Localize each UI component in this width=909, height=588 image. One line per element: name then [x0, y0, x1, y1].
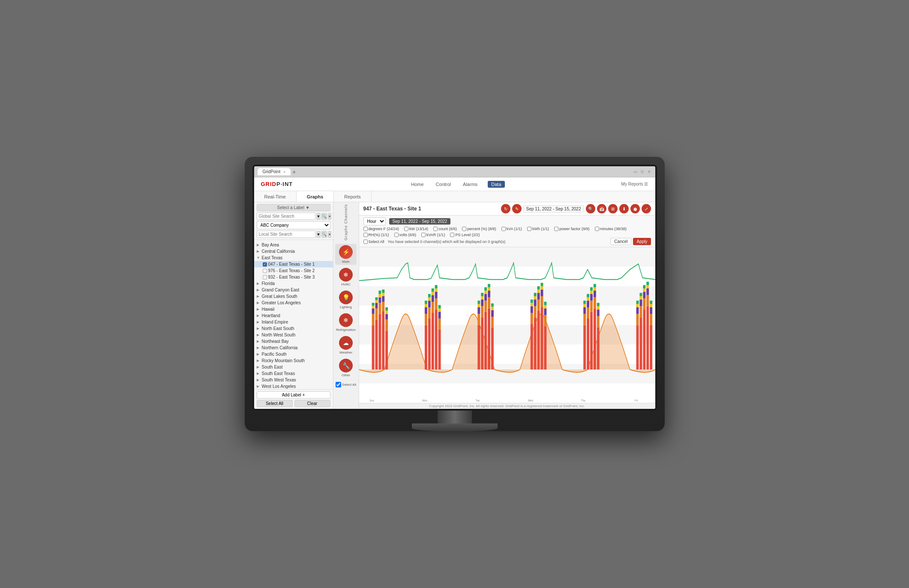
cb-power-factor-input[interactable] [554, 227, 558, 231]
refresh-icon-btn[interactable]: ↻ [501, 204, 510, 213]
channel-main[interactable]: ⚡ Main [335, 244, 357, 265]
cb-count-input[interactable] [433, 227, 438, 231]
global-search-clear-icon[interactable]: × [328, 213, 331, 220]
download-icon-btn[interactable]: ⬇ [619, 204, 629, 213]
channel-select-all[interactable]: Select All [336, 382, 356, 387]
select-all-channels[interactable]: Select All [363, 240, 384, 244]
interval-select[interactable]: Hour [363, 217, 386, 225]
tree-item-northern-ca[interactable]: ▶ Northern California [254, 345, 333, 351]
apply-button[interactable]: Apply [633, 238, 651, 245]
cb-degrees-f[interactable]: degrees F (24/24) [363, 227, 399, 231]
cb-kva[interactable]: kVA (1/1) [501, 227, 522, 231]
global-search-filter-icon[interactable]: ▼ [316, 213, 321, 220]
cb-kw[interactable]: kW (13/14) [404, 227, 428, 231]
select-all-checkbox[interactable] [336, 382, 341, 387]
cb-kvar[interactable]: kVAR (1/1) [421, 233, 445, 237]
tab-reports[interactable]: Reports [334, 191, 372, 202]
edit-icon-btn[interactable]: ✎ [512, 204, 522, 213]
tree-item-south-east-texas[interactable]: ▶ South East Texas [254, 370, 333, 377]
grid-icon-btn[interactable]: ⊞ [608, 204, 618, 213]
tree-item-west-la[interactable]: ▶ West Los Angeles [254, 383, 333, 389]
minimize-button[interactable]: — [633, 169, 638, 174]
tree-item-grand-canyon[interactable]: ▶ Grand Canyon East [254, 287, 333, 293]
tree-item-checkbox[interactable] [263, 269, 267, 273]
local-search-icon[interactable]: 🔍 [321, 231, 327, 238]
calendar-icon-btn[interactable]: 📅 [597, 204, 606, 213]
cb-kva-input[interactable] [501, 227, 506, 231]
channel-refrigeration[interactable]: ❄ Refrigeration [335, 312, 357, 333]
nav-control[interactable]: Control [434, 181, 453, 188]
clock-icon-btn[interactable]: ⏰ [630, 204, 640, 213]
cb-power-factor[interactable]: power factor (9/9) [554, 227, 590, 231]
tree-item-bay-area[interactable]: ▶ Bay Area [254, 242, 333, 248]
tree-item-pacific-south[interactable]: ▶ Pacific South [254, 351, 333, 357]
close-button[interactable]: × [647, 169, 652, 174]
tree-item-checkbox[interactable]: ✓ [263, 262, 267, 267]
tree-item-north-east-south[interactable]: ▶ North East South [254, 325, 333, 332]
tree-item-976[interactable]: 976 - East Texas - Site 2 [254, 267, 333, 274]
global-site-search[interactable] [257, 213, 315, 220]
cb-kwh[interactable]: kWh (1/1) [527, 227, 549, 231]
expand-icon-btn[interactable]: ⤢ [642, 204, 651, 213]
tree-item-rocky-mountain-south[interactable]: ▶ Rocky Mountain South [254, 357, 333, 364]
select-label-dropdown[interactable]: Select a Label ▼ [257, 204, 330, 211]
browser-tab[interactable]: GridPoint × [258, 168, 291, 175]
tree-item-south-east[interactable]: ▶ South East [254, 364, 333, 370]
my-reports-link[interactable]: My Reports ☰ [621, 182, 648, 186]
svg-rect-101 [544, 315, 546, 326]
cancel-button[interactable]: Cancel [610, 238, 631, 245]
cb-rh-input[interactable] [363, 233, 368, 237]
tab-graphs[interactable]: Graphs [297, 191, 334, 202]
search-icon-btn[interactable]: 🔍 [586, 204, 595, 213]
nav-home[interactable]: Home [409, 181, 425, 188]
local-search-clear-icon[interactable]: × [328, 231, 331, 238]
nav-alarms[interactable]: Alarms [461, 181, 479, 188]
add-label-button[interactable]: Add Label + [257, 391, 330, 399]
tree-item-heartland[interactable]: ▶ Heartland [254, 312, 333, 319]
cb-percent-input[interactable] [462, 227, 466, 231]
tab-realtime[interactable]: Real-Time [254, 191, 297, 202]
clear-button[interactable]: Clear [294, 400, 330, 407]
date-range-button[interactable]: Sep 11, 2022 - Sep 15, 2022 [389, 218, 451, 225]
tree-item-east-texas[interactable]: ▼ East Texas [254, 255, 333, 261]
maximize-button[interactable]: □ [640, 169, 645, 174]
tree-item-south-west-texas[interactable]: ▶ South West Texas [254, 377, 333, 383]
channel-lighting[interactable]: 💡 Lighting [335, 289, 357, 310]
cb-ps-level[interactable]: PS Level (2/2) [450, 233, 480, 237]
cb-ps-level-input[interactable] [450, 233, 454, 237]
cb-minutes[interactable]: minutes (38/38) [595, 227, 627, 231]
tree-item-inland-empire[interactable]: ▶ Inland Empire [254, 319, 333, 325]
local-site-search[interactable] [257, 231, 315, 238]
channel-hvac[interactable]: ❄ HVAC [335, 267, 357, 288]
new-tab-button[interactable]: + [292, 168, 296, 175]
cb-kvar-input[interactable] [421, 233, 426, 237]
cb-percent[interactable]: percent (%) (8/8) [462, 227, 496, 231]
tree-item-great-lakes[interactable]: ▶ Great Lakes South [254, 293, 333, 300]
tree-item-047[interactable]: ✓ 047 - East Texas - Site 1 [254, 261, 333, 267]
tree-item-greater-la[interactable]: ▶ Greater Los Angeles [254, 300, 333, 306]
tree-item-hawaii[interactable]: ▶ Hawaii [254, 306, 333, 312]
cb-kw-input[interactable] [404, 227, 408, 231]
tree-item-checkbox[interactable] [263, 275, 267, 279]
local-search-filter-icon[interactable]: ▼ [316, 231, 321, 238]
channel-weather[interactable]: ☁ Weather [335, 335, 357, 356]
cb-degrees-f-input[interactable] [363, 227, 368, 231]
select-all-input[interactable] [363, 240, 368, 244]
tree-item-932[interactable]: 932 - East Texas - Site 3 [254, 274, 333, 280]
tree-item-northeast-bay[interactable]: ▶ Northeast Bay [254, 338, 333, 345]
cb-kwh-input[interactable] [527, 227, 531, 231]
select-all-button[interactable]: Select All [257, 400, 293, 407]
cb-count[interactable]: count (6/6) [433, 227, 457, 231]
company-select[interactable]: ABC Company [257, 221, 330, 229]
tab-close-icon[interactable]: × [283, 170, 285, 174]
cb-minutes-input[interactable] [595, 227, 599, 231]
cb-rh[interactable]: RH(%) (1/1) [363, 233, 389, 237]
global-search-icon[interactable]: 🔍 [321, 213, 327, 220]
cb-volts-input[interactable] [394, 233, 399, 237]
tree-item-central-ca[interactable]: ▶ Central California [254, 248, 333, 255]
tree-item-north-west-south[interactable]: ▶ North West South [254, 332, 333, 338]
cb-volts[interactable]: volts (6/6) [394, 233, 417, 237]
channel-other[interactable]: 🔧 Other [335, 357, 357, 378]
nav-data[interactable]: Data [488, 181, 504, 188]
tree-item-florida[interactable]: ▶ Florida [254, 280, 333, 287]
